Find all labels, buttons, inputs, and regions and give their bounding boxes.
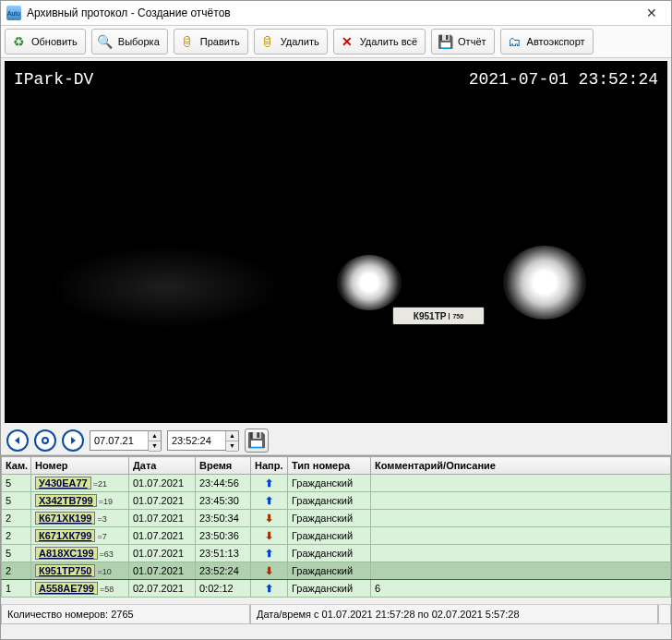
- cell-time: 23:45:30: [196, 492, 251, 510]
- edit-button[interactable]: 🛢 Править: [174, 29, 248, 54]
- plate-main-text: К951ТР: [414, 311, 447, 321]
- cell-comment: [371, 527, 671, 545]
- col-type[interactable]: Тип номера: [288, 457, 371, 475]
- delete-icon: 🛢: [258, 32, 277, 51]
- cell-type: Гражданский: [288, 475, 371, 492]
- time-up[interactable]: ▲: [226, 431, 238, 441]
- cell-cam: 5: [2, 545, 31, 562]
- table-row[interactable]: 2К671ХК799=701.07.202123:50:36⬇Гражданск…: [2, 527, 671, 545]
- cell-comment: 6: [371, 580, 671, 598]
- headlight-left: [337, 255, 402, 310]
- cell-cam: 2: [2, 510, 31, 527]
- video-timestamp: 2021-07-01 23:52:24: [469, 70, 658, 89]
- cell-type: Гражданский: [288, 545, 371, 562]
- cell-cam: 5: [2, 492, 31, 510]
- report-label: Отчёт: [458, 36, 486, 47]
- col-date[interactable]: Дата: [129, 457, 196, 475]
- refresh-icon: ♻: [9, 32, 28, 51]
- col-comment[interactable]: Комментарий/Описание: [371, 457, 671, 475]
- cell-time: 23:52:24: [196, 562, 251, 580]
- cell-time: 0:02:12: [196, 580, 251, 598]
- cell-date: 01.07.2021: [129, 475, 196, 492]
- col-time[interactable]: Время: [196, 457, 251, 475]
- save-button[interactable]: 💾: [245, 429, 269, 453]
- headlight-right: [503, 246, 586, 320]
- cell-comment: [371, 562, 671, 580]
- cell-comment: [371, 475, 671, 492]
- cell-type: Гражданский: [288, 492, 371, 510]
- cell-plate[interactable]: К671ХК199=3: [31, 510, 129, 527]
- video-preview: IPark-DV 2021-07-01 23:52:24 К951ТР 750: [5, 61, 667, 423]
- video-source-label: IPark-DV: [14, 70, 93, 89]
- arrow-up-icon: ⬆: [265, 495, 273, 506]
- cell-plate[interactable]: А558АЕ799=58: [31, 580, 129, 598]
- delete-button[interactable]: 🛢 Удалить: [254, 29, 328, 54]
- date-up[interactable]: ▲: [149, 431, 161, 441]
- toolbar: ♻ Обновить 🔍 Выборка 🛢 Править 🛢 Удалить…: [1, 26, 671, 58]
- playback-controls: ▲ ▼ ▲ ▼ 💾: [1, 426, 671, 455]
- time-input[interactable]: [168, 431, 225, 450]
- svg-point-0: [42, 438, 48, 443]
- prev-button[interactable]: [6, 429, 29, 452]
- cell-date: 01.07.2021: [129, 545, 196, 562]
- cell-date: 01.07.2021: [129, 562, 196, 580]
- cell-cam: 1: [2, 580, 31, 598]
- table-row[interactable]: 2К951ТР750=1001.07.202123:52:24⬇Гражданс…: [2, 562, 671, 580]
- cell-cam: 2: [2, 562, 31, 580]
- arrow-down-icon: ⬇: [265, 530, 273, 541]
- time-spinner[interactable]: ▲ ▼: [167, 430, 239, 451]
- window-title: Архивный протокол - Создание отчётов: [27, 6, 638, 19]
- filter-button[interactable]: 🔍 Выборка: [91, 29, 168, 54]
- status-spacer: [658, 605, 671, 624]
- col-plate[interactable]: Номер: [31, 457, 129, 475]
- date-input[interactable]: [90, 431, 148, 450]
- arrow-up-icon: ⬆: [265, 583, 273, 594]
- report-button[interactable]: 💾 Отчёт: [431, 29, 494, 54]
- cell-date: 01.07.2021: [129, 510, 196, 527]
- cell-time: 23:50:36: [196, 527, 251, 545]
- records-table-wrap: Кам. Номер Дата Время Напр. Тип номера К…: [1, 455, 671, 604]
- cell-type: Гражданский: [288, 510, 371, 527]
- time-down[interactable]: ▼: [226, 441, 238, 452]
- cell-date: 01.07.2021: [129, 492, 196, 510]
- table-row[interactable]: 5А818ХС199=6301.07.202123:51:13⬆Гражданс…: [2, 545, 671, 562]
- cell-dir: ⬆: [251, 580, 288, 598]
- arrow-up-icon: ⬆: [265, 548, 273, 559]
- cell-plate[interactable]: Х342ТВ799=19: [31, 492, 129, 510]
- titlebar: Auto Архивный протокол - Создание отчёто…: [1, 1, 671, 26]
- date-spinner[interactable]: ▲ ▼: [90, 430, 162, 451]
- status-bar: Количество номеров: 2765 Дата/время с 01…: [1, 604, 671, 624]
- cell-dir: ⬆: [251, 475, 288, 492]
- table-row[interactable]: 1А558АЕ799=5802.07.20210:02:12⬆Гражданск…: [2, 580, 671, 598]
- table-row[interactable]: 5У430ЕА77=2101.07.202123:44:56⬆Гражданск…: [2, 475, 671, 492]
- refresh-label: Обновить: [31, 36, 78, 47]
- cell-plate[interactable]: К951ТР750=10: [31, 562, 129, 580]
- cell-plate[interactable]: А818ХС199=63: [31, 545, 129, 562]
- cell-plate[interactable]: К671ХК799=7: [31, 527, 129, 545]
- cell-type: Гражданский: [288, 527, 371, 545]
- vehicle-silhouette: К951ТР 750: [300, 190, 595, 356]
- table-row[interactable]: 5Х342ТВ799=1901.07.202123:45:30⬆Гражданс…: [2, 492, 671, 510]
- delete-all-button[interactable]: ✕ Удалить всё: [333, 29, 426, 54]
- cell-cam: 5: [2, 475, 31, 492]
- cell-type: Гражданский: [288, 562, 371, 580]
- date-down[interactable]: ▼: [149, 441, 161, 452]
- col-dir[interactable]: Напр.: [251, 457, 288, 475]
- refresh-button[interactable]: ♻ Обновить: [5, 29, 86, 54]
- col-cam[interactable]: Кам.: [2, 457, 31, 475]
- stop-button[interactable]: [34, 429, 56, 452]
- autoexport-icon: 🗂: [505, 32, 523, 51]
- status-count: Количество номеров: 2765: [1, 605, 250, 624]
- cell-dir: ⬇: [251, 510, 288, 527]
- app-icon: Auto: [6, 6, 21, 20]
- cell-date: 02.07.2021: [129, 580, 196, 598]
- cell-dir: ⬆: [251, 545, 288, 562]
- table-row[interactable]: 2К671ХК199=301.07.202123:50:34⬇Гражданск…: [2, 510, 671, 527]
- delete-label: Удалить: [281, 36, 319, 47]
- license-plate: К951ТР 750: [392, 307, 485, 325]
- autoexport-button[interactable]: 🗂 Автоэкспорт: [500, 29, 594, 54]
- cell-plate[interactable]: У430ЕА77=21: [31, 475, 129, 492]
- cell-comment: [371, 545, 671, 562]
- next-button[interactable]: [62, 429, 84, 452]
- close-button[interactable]: ✕: [638, 3, 666, 23]
